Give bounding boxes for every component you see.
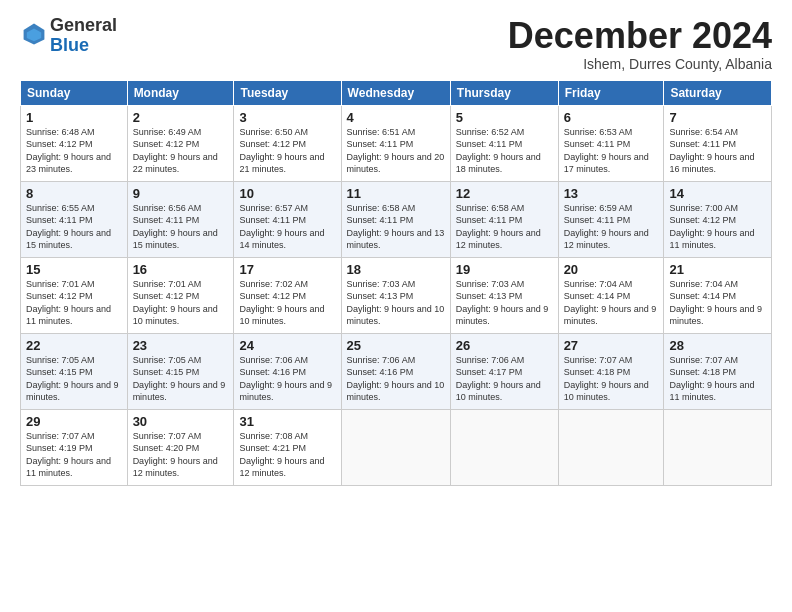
- calendar-page: General Blue December 2024 Ishem, Durres…: [0, 0, 792, 612]
- calendar-header-row: Sunday Monday Tuesday Wednesday Thursday…: [21, 80, 772, 105]
- calendar-cell: 20 Sunrise: 7:04 AM Sunset: 4:14 PM Dayl…: [558, 257, 664, 333]
- day-number: 22: [26, 338, 122, 353]
- day-number: 9: [133, 186, 229, 201]
- calendar-cell: 9 Sunrise: 6:56 AM Sunset: 4:11 PM Dayli…: [127, 181, 234, 257]
- calendar-week-1: 1 Sunrise: 6:48 AM Sunset: 4:12 PM Dayli…: [21, 105, 772, 181]
- calendar-cell: 21 Sunrise: 7:04 AM Sunset: 4:14 PM Dayl…: [664, 257, 772, 333]
- calendar-cell: 8 Sunrise: 6:55 AM Sunset: 4:11 PM Dayli…: [21, 181, 128, 257]
- calendar-cell: [341, 409, 450, 485]
- calendar-cell: 27 Sunrise: 7:07 AM Sunset: 4:18 PM Dayl…: [558, 333, 664, 409]
- day-number: 2: [133, 110, 229, 125]
- day-detail: Sunrise: 6:56 AM Sunset: 4:11 PM Dayligh…: [133, 202, 229, 252]
- day-number: 17: [239, 262, 335, 277]
- calendar-cell: 5 Sunrise: 6:52 AM Sunset: 4:11 PM Dayli…: [450, 105, 558, 181]
- calendar-cell: 2 Sunrise: 6:49 AM Sunset: 4:12 PM Dayli…: [127, 105, 234, 181]
- calendar-cell: 22 Sunrise: 7:05 AM Sunset: 4:15 PM Dayl…: [21, 333, 128, 409]
- day-detail: Sunrise: 7:05 AM Sunset: 4:15 PM Dayligh…: [133, 354, 229, 404]
- day-detail: Sunrise: 7:04 AM Sunset: 4:14 PM Dayligh…: [564, 278, 659, 328]
- day-detail: Sunrise: 6:57 AM Sunset: 4:11 PM Dayligh…: [239, 202, 335, 252]
- calendar-cell: 29 Sunrise: 7:07 AM Sunset: 4:19 PM Dayl…: [21, 409, 128, 485]
- day-detail: Sunrise: 7:03 AM Sunset: 4:13 PM Dayligh…: [456, 278, 553, 328]
- col-thursday: Thursday: [450, 80, 558, 105]
- day-detail: Sunrise: 6:51 AM Sunset: 4:11 PM Dayligh…: [347, 126, 445, 176]
- calendar-cell: 10 Sunrise: 6:57 AM Sunset: 4:11 PM Dayl…: [234, 181, 341, 257]
- day-number: 16: [133, 262, 229, 277]
- calendar-cell: [664, 409, 772, 485]
- day-detail: Sunrise: 6:54 AM Sunset: 4:11 PM Dayligh…: [669, 126, 766, 176]
- title-block: December 2024 Ishem, Durres County, Alba…: [508, 16, 772, 72]
- day-detail: Sunrise: 6:59 AM Sunset: 4:11 PM Dayligh…: [564, 202, 659, 252]
- day-detail: Sunrise: 7:06 AM Sunset: 4:16 PM Dayligh…: [239, 354, 335, 404]
- day-number: 29: [26, 414, 122, 429]
- day-detail: Sunrise: 7:00 AM Sunset: 4:12 PM Dayligh…: [669, 202, 766, 252]
- calendar-cell: [450, 409, 558, 485]
- col-wednesday: Wednesday: [341, 80, 450, 105]
- col-sunday: Sunday: [21, 80, 128, 105]
- col-friday: Friday: [558, 80, 664, 105]
- day-detail: Sunrise: 6:53 AM Sunset: 4:11 PM Dayligh…: [564, 126, 659, 176]
- calendar-cell: 3 Sunrise: 6:50 AM Sunset: 4:12 PM Dayli…: [234, 105, 341, 181]
- day-detail: Sunrise: 7:07 AM Sunset: 4:19 PM Dayligh…: [26, 430, 122, 480]
- calendar-week-3: 15 Sunrise: 7:01 AM Sunset: 4:12 PM Dayl…: [21, 257, 772, 333]
- calendar-cell: [558, 409, 664, 485]
- day-detail: Sunrise: 6:52 AM Sunset: 4:11 PM Dayligh…: [456, 126, 553, 176]
- day-number: 8: [26, 186, 122, 201]
- calendar-cell: 4 Sunrise: 6:51 AM Sunset: 4:11 PM Dayli…: [341, 105, 450, 181]
- day-number: 31: [239, 414, 335, 429]
- calendar-cell: 14 Sunrise: 7:00 AM Sunset: 4:12 PM Dayl…: [664, 181, 772, 257]
- day-number: 26: [456, 338, 553, 353]
- calendar-cell: 13 Sunrise: 6:59 AM Sunset: 4:11 PM Dayl…: [558, 181, 664, 257]
- day-detail: Sunrise: 7:04 AM Sunset: 4:14 PM Dayligh…: [669, 278, 766, 328]
- day-number: 14: [669, 186, 766, 201]
- day-number: 23: [133, 338, 229, 353]
- day-detail: Sunrise: 7:02 AM Sunset: 4:12 PM Dayligh…: [239, 278, 335, 328]
- calendar-cell: 6 Sunrise: 6:53 AM Sunset: 4:11 PM Dayli…: [558, 105, 664, 181]
- calendar-week-4: 22 Sunrise: 7:05 AM Sunset: 4:15 PM Dayl…: [21, 333, 772, 409]
- calendar-cell: 7 Sunrise: 6:54 AM Sunset: 4:11 PM Dayli…: [664, 105, 772, 181]
- calendar-week-5: 29 Sunrise: 7:07 AM Sunset: 4:19 PM Dayl…: [21, 409, 772, 485]
- day-detail: Sunrise: 7:06 AM Sunset: 4:16 PM Dayligh…: [347, 354, 445, 404]
- day-number: 10: [239, 186, 335, 201]
- day-detail: Sunrise: 7:08 AM Sunset: 4:21 PM Dayligh…: [239, 430, 335, 480]
- logo-blue-text: Blue: [50, 35, 89, 55]
- logo-general-text: General: [50, 15, 117, 35]
- day-number: 30: [133, 414, 229, 429]
- day-number: 6: [564, 110, 659, 125]
- calendar-cell: 16 Sunrise: 7:01 AM Sunset: 4:12 PM Dayl…: [127, 257, 234, 333]
- day-number: 18: [347, 262, 445, 277]
- calendar-cell: 31 Sunrise: 7:08 AM Sunset: 4:21 PM Dayl…: [234, 409, 341, 485]
- month-title: December 2024: [508, 16, 772, 56]
- day-number: 3: [239, 110, 335, 125]
- logo-icon: [22, 22, 46, 46]
- day-number: 25: [347, 338, 445, 353]
- day-detail: Sunrise: 7:01 AM Sunset: 4:12 PM Dayligh…: [26, 278, 122, 328]
- calendar-cell: 18 Sunrise: 7:03 AM Sunset: 4:13 PM Dayl…: [341, 257, 450, 333]
- day-number: 5: [456, 110, 553, 125]
- day-detail: Sunrise: 6:58 AM Sunset: 4:11 PM Dayligh…: [456, 202, 553, 252]
- day-number: 20: [564, 262, 659, 277]
- day-detail: Sunrise: 7:07 AM Sunset: 4:18 PM Dayligh…: [669, 354, 766, 404]
- day-detail: Sunrise: 7:05 AM Sunset: 4:15 PM Dayligh…: [26, 354, 122, 404]
- day-detail: Sunrise: 7:03 AM Sunset: 4:13 PM Dayligh…: [347, 278, 445, 328]
- calendar-cell: 19 Sunrise: 7:03 AM Sunset: 4:13 PM Dayl…: [450, 257, 558, 333]
- col-saturday: Saturday: [664, 80, 772, 105]
- day-detail: Sunrise: 7:07 AM Sunset: 4:20 PM Dayligh…: [133, 430, 229, 480]
- calendar-cell: 11 Sunrise: 6:58 AM Sunset: 4:11 PM Dayl…: [341, 181, 450, 257]
- day-detail: Sunrise: 7:07 AM Sunset: 4:18 PM Dayligh…: [564, 354, 659, 404]
- calendar-table: Sunday Monday Tuesday Wednesday Thursday…: [20, 80, 772, 486]
- day-number: 13: [564, 186, 659, 201]
- day-detail: Sunrise: 7:01 AM Sunset: 4:12 PM Dayligh…: [133, 278, 229, 328]
- calendar-cell: 24 Sunrise: 7:06 AM Sunset: 4:16 PM Dayl…: [234, 333, 341, 409]
- day-detail: Sunrise: 6:48 AM Sunset: 4:12 PM Dayligh…: [26, 126, 122, 176]
- day-number: 4: [347, 110, 445, 125]
- calendar-cell: 23 Sunrise: 7:05 AM Sunset: 4:15 PM Dayl…: [127, 333, 234, 409]
- col-monday: Monday: [127, 80, 234, 105]
- calendar-cell: 1 Sunrise: 6:48 AM Sunset: 4:12 PM Dayli…: [21, 105, 128, 181]
- calendar-cell: 30 Sunrise: 7:07 AM Sunset: 4:20 PM Dayl…: [127, 409, 234, 485]
- logo: General Blue: [20, 16, 117, 56]
- calendar-cell: 26 Sunrise: 7:06 AM Sunset: 4:17 PM Dayl…: [450, 333, 558, 409]
- day-detail: Sunrise: 6:49 AM Sunset: 4:12 PM Dayligh…: [133, 126, 229, 176]
- day-number: 7: [669, 110, 766, 125]
- day-number: 12: [456, 186, 553, 201]
- day-number: 24: [239, 338, 335, 353]
